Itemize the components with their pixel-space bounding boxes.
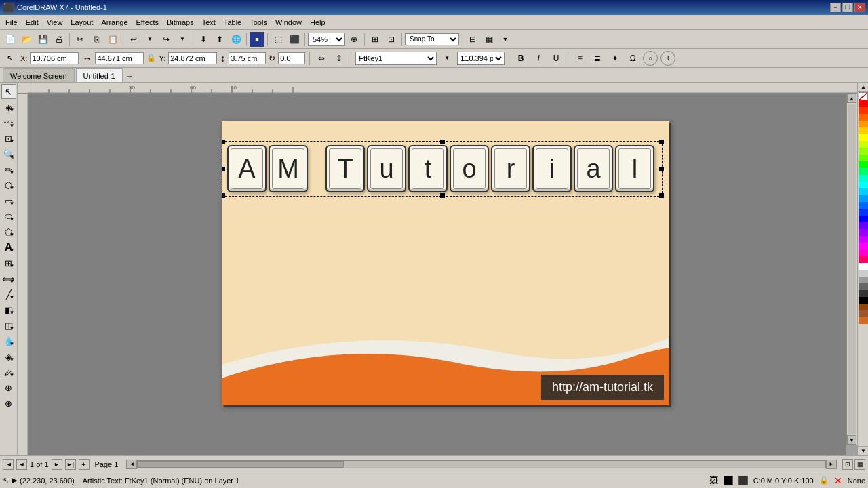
swatch-green-lime[interactable] (859, 155, 868, 161)
circle-btn[interactable]: ○ (643, 51, 658, 66)
scroll-up-btn[interactable]: ▲ (847, 94, 856, 103)
import-button[interactable]: ⬇ (196, 32, 211, 47)
menu-file[interactable]: File (1, 17, 22, 28)
swatch-red-orange[interactable] (859, 107, 868, 114)
option-btn1[interactable]: ⊟ (465, 32, 480, 47)
align-left-button[interactable]: ⬛ (287, 32, 302, 47)
vertical-scrollbar[interactable]: ▲ ▼ (846, 94, 857, 445)
zoom-select[interactable]: 54% 100% 75% 50% (308, 33, 345, 46)
selection-tool[interactable]: ↖ (1, 84, 16, 99)
undo-arrow[interactable]: ▼ (142, 32, 157, 47)
connector-tool[interactable]: ╱▼ (1, 287, 16, 302)
hscroll-right-btn[interactable]: ► (826, 460, 837, 469)
swatch-red[interactable] (859, 100, 868, 107)
zoom-fit-btn[interactable]: ⊕ (347, 32, 361, 47)
canvas-page[interactable]: A M T u t o r i (222, 121, 669, 405)
italic-btn[interactable]: I (531, 51, 546, 66)
swatch-indigo[interactable] (859, 222, 868, 229)
canvas-content[interactable]: A M T u t o r i (28, 94, 846, 455)
swatch-light-gray[interactable] (859, 270, 868, 277)
font-select[interactable]: FtKey1 (355, 52, 437, 65)
menu-view[interactable]: View (43, 17, 67, 28)
view-btn-1[interactable]: ⊡ (842, 459, 853, 470)
swatch-white[interactable] (859, 263, 868, 270)
page-first-btn[interactable]: |◄ (3, 459, 14, 470)
scroll-thumb[interactable] (848, 104, 856, 434)
width-input[interactable] (95, 52, 144, 64)
menu-layout[interactable]: Layout (66, 17, 97, 28)
swatch-light-blue[interactable] (859, 195, 868, 202)
fill-color-button[interactable]: ■ (250, 32, 264, 47)
crop-tool[interactable]: ⊡▼ (1, 131, 16, 146)
text-tool[interactable]: A▼ (1, 240, 16, 255)
open-button[interactable]: 📂 (19, 32, 34, 47)
palette-scroll-up[interactable]: ▲ (858, 83, 868, 92)
dimension-tool[interactable]: ⟺▼ (1, 271, 16, 286)
angle-input[interactable] (278, 52, 305, 64)
bold-btn[interactable]: B (513, 51, 528, 66)
palette-scroll-down[interactable]: ▼ (858, 446, 868, 455)
option-btn3[interactable]: ▼ (498, 32, 513, 47)
swatch-blue[interactable] (859, 202, 868, 209)
add-tab-button[interactable]: + (124, 70, 136, 82)
copy-button[interactable]: ⎘ (89, 32, 104, 47)
hscroll-left-btn[interactable]: ◄ (126, 460, 137, 469)
tab-untitled1[interactable]: Untitled-1 (76, 68, 123, 82)
height-input[interactable] (229, 52, 266, 64)
swatch-lime[interactable] (859, 148, 868, 155)
swatch-sky-blue[interactable] (859, 188, 868, 195)
zoom-tool[interactable]: 🔍▼ (1, 146, 16, 161)
swatch-cyan[interactable] (859, 182, 868, 188)
outline-button[interactable]: ⬚ (271, 32, 285, 47)
swatch-hot-pink[interactable] (859, 256, 868, 263)
swatch-darker-gray[interactable] (859, 290, 868, 297)
undo-button[interactable]: ↩ (126, 32, 141, 47)
menu-window[interactable]: Window (271, 17, 306, 28)
bottom-extra-tool[interactable]: ⊕ (1, 396, 16, 411)
minimize-button[interactable]: − (830, 3, 841, 12)
menu-tools[interactable]: Tools (245, 17, 271, 28)
text-props-btn[interactable]: ✦ (608, 51, 623, 66)
menu-table[interactable]: Table (220, 17, 245, 28)
swatch-green[interactable] (859, 161, 868, 168)
swatch-blue2[interactable] (859, 209, 868, 216)
view-btn-2[interactable]: ▦ (854, 459, 865, 470)
swatch-yellow[interactable] (859, 127, 868, 134)
menu-arrange[interactable]: Arrange (97, 17, 132, 28)
menu-text[interactable]: Text (198, 17, 220, 28)
shape-tool[interactable]: ◈▼ (1, 100, 16, 115)
export-button[interactable]: ⬆ (212, 32, 227, 47)
add-text-btn[interactable]: + (660, 51, 675, 66)
fill-tool[interactable]: ◈▼ (1, 349, 16, 364)
tab-welcome-screen[interactable]: Welcome Screen (3, 68, 75, 82)
swatch-chocolate[interactable] (859, 317, 868, 324)
smart-drawing-tool[interactable]: 🖊▼ (1, 365, 16, 380)
redo-button[interactable]: ↪ (159, 32, 174, 47)
swatch-sienna[interactable] (859, 310, 868, 317)
publish-button[interactable]: 🌐 (229, 32, 243, 47)
view-btn[interactable]: ⊡ (384, 32, 399, 47)
eyedropper-tool[interactable]: 💧▼ (1, 333, 16, 348)
align-vert-btn[interactable]: ≣ (590, 51, 605, 66)
swatch-pink-magenta[interactable] (859, 249, 868, 256)
y-input[interactable] (168, 52, 217, 64)
print-button[interactable]: 🖨 (52, 32, 66, 47)
redo-arrow[interactable]: ▼ (175, 32, 190, 47)
scroll-down-btn[interactable]: ▼ (847, 435, 856, 445)
mirror-h-btn[interactable]: ⇔ (314, 51, 329, 66)
snap-to-select[interactable]: Snap To (405, 33, 459, 45)
drop-shadow-tool[interactable]: ◧▼ (1, 302, 16, 317)
restore-button[interactable]: ❐ (842, 3, 853, 12)
smart-fill-tool[interactable]: ⬡▼ (1, 178, 16, 192)
swatch-pure-blue[interactable] (859, 216, 868, 222)
transparency-tool[interactable]: ◫▼ (1, 318, 16, 333)
swatch-green2[interactable] (859, 168, 868, 175)
mirror-v-btn[interactable]: ⇕ (332, 51, 347, 66)
swatch-magenta[interactable] (859, 243, 868, 249)
hscroll-track[interactable] (137, 460, 826, 468)
swatch-bright-yellow[interactable] (859, 134, 868, 141)
new-button[interactable]: 📄 (3, 32, 18, 47)
swatch-violet[interactable] (859, 229, 868, 236)
swatch-purple[interactable] (859, 236, 868, 243)
swatch-gray[interactable] (859, 277, 868, 283)
